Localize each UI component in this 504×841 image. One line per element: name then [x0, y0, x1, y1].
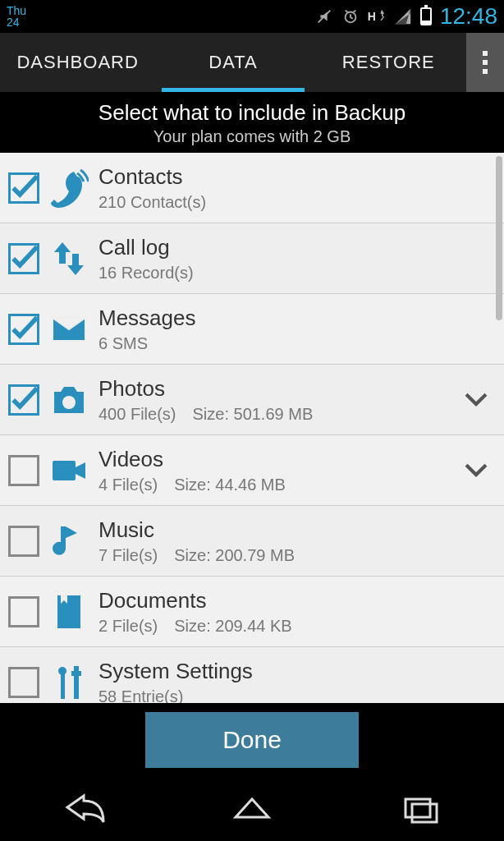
item-sub1: 6 SMS	[99, 334, 148, 353]
backup-list[interactable]: Contacts 210 Contact(s) Call log 16 Reco…	[0, 153, 504, 703]
item-sub2: Size: 200.79 MB	[174, 546, 295, 565]
item-sub2: Size: 209.44 KB	[174, 617, 291, 636]
network-indicator: H	[368, 9, 386, 24]
item-sub2: Size: 501.69 MB	[192, 405, 313, 424]
status-day: Thu	[7, 5, 26, 16]
section-header: Select what to include in Backup Your pl…	[0, 92, 504, 153]
item-title: Documents	[99, 588, 460, 614]
expand-button[interactable]	[460, 386, 493, 414]
video-icon	[44, 451, 94, 490]
item-title: Call log	[99, 235, 460, 260]
overflow-icon	[483, 51, 488, 74]
checkbox[interactable]	[8, 667, 39, 698]
status-date-num: 24	[7, 16, 26, 28]
status-date: Thu 24	[7, 5, 26, 28]
item-text: Call log 16 Record(s)	[94, 235, 460, 283]
item-sub1: 400 File(s)	[99, 405, 176, 424]
check-icon	[11, 172, 37, 205]
item-title: System Settings	[99, 659, 460, 684]
chevron-down-icon	[462, 386, 490, 414]
system-nav-bar	[0, 777, 504, 841]
item-text: Music 7 File(s) Size: 200.79 MB	[94, 517, 460, 565]
item-text: Messages 6 SMS	[94, 306, 460, 353]
item-sub1: 4 File(s)	[99, 476, 158, 494]
item-text: Photos 400 File(s) Size: 501.69 MB	[94, 376, 460, 424]
item-sub1: 7 File(s)	[99, 546, 158, 565]
item-text: Documents 2 File(s) Size: 209.44 KB	[94, 588, 460, 636]
check-icon	[11, 384, 37, 416]
header-subtitle: Your plan comes with 2 GB	[0, 127, 504, 146]
checkbox[interactable]	[8, 172, 39, 204]
home-button[interactable]	[227, 789, 277, 829]
item-sub1: 16 Record(s)	[99, 264, 194, 283]
checkbox[interactable]	[8, 596, 39, 627]
checkbox[interactable]	[8, 243, 39, 274]
item-sub1: 2 File(s)	[99, 617, 158, 636]
list-item[interactable]: Photos 400 File(s) Size: 501.69 MB	[0, 365, 504, 435]
phone-icon	[44, 168, 94, 208]
music-icon	[44, 522, 94, 561]
list-item[interactable]: System Settings 58 Entrie(s)	[0, 647, 504, 703]
status-time: 12:48	[440, 3, 497, 30]
mail-icon	[44, 310, 94, 349]
checkbox[interactable]	[8, 384, 39, 416]
check-icon	[11, 242, 37, 275]
checkbox[interactable]	[8, 314, 39, 345]
tools-icon	[44, 663, 94, 702]
item-text: Contacts 210 Contact(s)	[94, 164, 460, 212]
svg-line-0	[318, 11, 330, 23]
checkbox[interactable]	[8, 455, 39, 486]
recent-apps-button[interactable]	[396, 789, 445, 829]
camera-icon	[44, 380, 94, 420]
status-bar: Thu 24 H 12:48	[0, 0, 504, 33]
list-item[interactable]: Videos 4 File(s) Size: 44.46 MB	[0, 435, 504, 506]
tab-data[interactable]: DATA	[155, 33, 310, 92]
item-text: System Settings 58 Entrie(s)	[94, 659, 460, 704]
list-item[interactable]: Music 7 File(s) Size: 200.79 MB	[0, 506, 504, 577]
svg-rect-2	[405, 799, 430, 817]
list-item[interactable]: Call log 16 Record(s)	[0, 223, 504, 294]
item-title: Music	[99, 517, 460, 543]
footer-bar: Done	[0, 703, 504, 777]
chevron-down-icon	[462, 457, 490, 485]
alarm-icon	[341, 7, 360, 25]
tab-restore[interactable]: RESTORE	[311, 33, 466, 92]
list-item[interactable]: Documents 2 File(s) Size: 209.44 KB	[0, 577, 504, 647]
tab-bar: DASHBOARD DATA RESTORE	[0, 33, 504, 92]
tab-dashboard[interactable]: DASHBOARD	[0, 33, 155, 92]
item-text: Videos 4 File(s) Size: 44.46 MB	[94, 447, 460, 494]
item-sub2: Size: 44.46 MB	[174, 476, 286, 494]
checkbox[interactable]	[8, 526, 39, 557]
list-item[interactable]: Messages 6 SMS	[0, 294, 504, 365]
overflow-menu-button[interactable]	[466, 33, 504, 92]
item-sub1: 210 Contact(s)	[99, 193, 206, 212]
signal-icon	[394, 7, 412, 25]
item-title: Photos	[99, 376, 460, 402]
header-title: Select what to include in Backup	[0, 100, 504, 126]
expand-button[interactable]	[460, 457, 493, 485]
mute-icon	[315, 7, 333, 25]
back-button[interactable]	[59, 789, 108, 829]
doc-icon	[44, 592, 94, 632]
scrollbar[interactable]	[496, 156, 502, 320]
item-title: Contacts	[99, 164, 460, 190]
item-title: Messages	[99, 306, 460, 331]
arrows-icon	[44, 239, 94, 278]
check-icon	[11, 313, 37, 346]
svg-rect-3	[412, 804, 437, 822]
done-button[interactable]: Done	[145, 712, 359, 768]
item-title: Videos	[99, 447, 460, 472]
item-sub1: 58 Entrie(s)	[99, 687, 183, 704]
list-item[interactable]: Contacts 210 Contact(s)	[0, 153, 504, 223]
battery-icon	[420, 7, 432, 25]
